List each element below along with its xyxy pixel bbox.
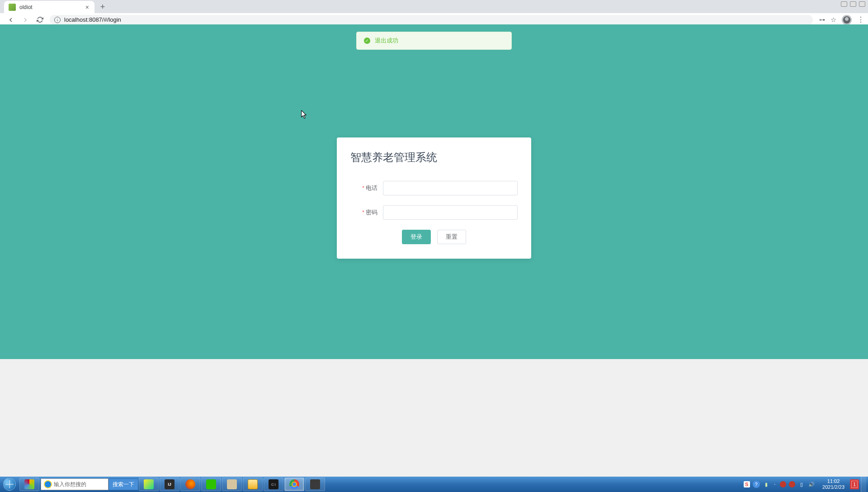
phone-row: *电话 (350, 181, 518, 195)
tab-close-icon[interactable]: × (85, 4, 90, 11)
url-text: localhost:8087/#/login (64, 16, 121, 23)
taskbar-chrome[interactable] (284, 478, 304, 491)
mouse-cursor (301, 110, 307, 121)
clock-date: 2021/2/23 (822, 484, 844, 490)
password-label: *密码 (350, 208, 383, 217)
search-placeholder: 输入你想搜的 (54, 481, 86, 488)
ie-icon (44, 480, 52, 488)
success-notification: ✓ 退出成功 (356, 32, 512, 50)
tray-help-icon[interactable]: ? (753, 481, 760, 488)
taskbar-search-button[interactable]: 搜索一下 (108, 478, 138, 490)
reset-button[interactable]: 重置 (437, 230, 466, 244)
back-button[interactable] (5, 14, 16, 25)
bookmark-star-icon[interactable]: ☆ (830, 16, 836, 24)
window-controls (841, 1, 865, 7)
password-row: *密码 (350, 205, 518, 220)
clock-time: 11:02 (822, 478, 844, 484)
tray-network-icon[interactable]: ▯ (798, 481, 805, 488)
taskbar-firefox[interactable] (180, 478, 200, 491)
system-tray: S ? ▮ · ▯ 🔊 11:02 2021/2/23 1 (740, 477, 868, 492)
taskbar-terminal[interactable]: C:\ (264, 478, 283, 491)
maximize-button[interactable] (850, 1, 856, 7)
tab-bar: oldiot × + (0, 0, 868, 13)
taskbar-app-10[interactable] (305, 478, 325, 491)
taskbar-intellij[interactable]: IJ (160, 478, 179, 491)
tab-favicon (9, 4, 16, 11)
success-check-icon: ✓ (364, 38, 370, 44)
browser-menu-icon[interactable]: ⋮ (857, 15, 864, 24)
taskbar-app-1[interactable] (19, 478, 39, 491)
notification-text: 退出成功 (375, 37, 398, 45)
tray-sogou-icon[interactable]: S (744, 481, 750, 487)
taskbar-clock[interactable]: 11:02 2021/2/23 (819, 478, 848, 490)
forward-button[interactable] (20, 14, 31, 25)
taskbar-wechat[interactable] (201, 478, 221, 491)
url-field[interactable]: i localhost:8087/#/login (50, 15, 813, 25)
profile-avatar[interactable] (842, 15, 852, 25)
page-content: ✓ 退出成功 智慧养老管理系统 *电话 *密码 登录 重置 (0, 24, 868, 359)
tray-battery-icon[interactable]: ▮ (763, 481, 770, 488)
show-desktop-button[interactable] (861, 477, 866, 492)
toolbar-right: ⊶ ☆ ⋮ (819, 15, 864, 25)
minimize-button[interactable] (841, 1, 847, 7)
new-tab-button[interactable]: + (96, 0, 109, 13)
start-button[interactable] (0, 477, 19, 492)
password-input[interactable] (383, 205, 518, 220)
site-info-icon[interactable]: i (54, 17, 61, 23)
button-row: 登录 重置 (350, 230, 518, 244)
reload-button[interactable] (34, 14, 45, 25)
login-card: 智慧养老管理系统 *电话 *密码 登录 重置 (337, 137, 531, 259)
taskbar: 输入你想搜的 搜索一下 IJ C:\ S ? ▮ · ▯ 🔊 11:02 202… (0, 477, 868, 492)
phone-input[interactable] (383, 181, 518, 195)
login-title: 智慧养老管理系统 (350, 150, 518, 165)
tab-title: oldiot (19, 4, 85, 10)
tray-volume-icon[interactable]: 🔊 (808, 481, 815, 488)
tray-red-icon-1[interactable] (780, 481, 786, 487)
login-button[interactable]: 登录 (402, 230, 431, 244)
browser-tab[interactable]: oldiot × (4, 1, 94, 13)
taskbar-explorer[interactable] (243, 478, 263, 491)
browser-chrome: oldiot × + i localhost:8087/#/login ⊶ ☆ … (0, 0, 868, 24)
tray-red-icon-2[interactable] (789, 481, 795, 487)
close-window-button[interactable] (859, 1, 865, 7)
phone-label: *电话 (350, 184, 383, 192)
taskbar-search[interactable]: 输入你想搜的 (41, 478, 108, 490)
taskbar-notification-badge[interactable]: 1 (850, 479, 859, 489)
taskbar-pycharm[interactable] (139, 478, 159, 491)
taskbar-app-6[interactable] (222, 478, 242, 491)
password-key-icon[interactable]: ⊶ (819, 16, 825, 23)
